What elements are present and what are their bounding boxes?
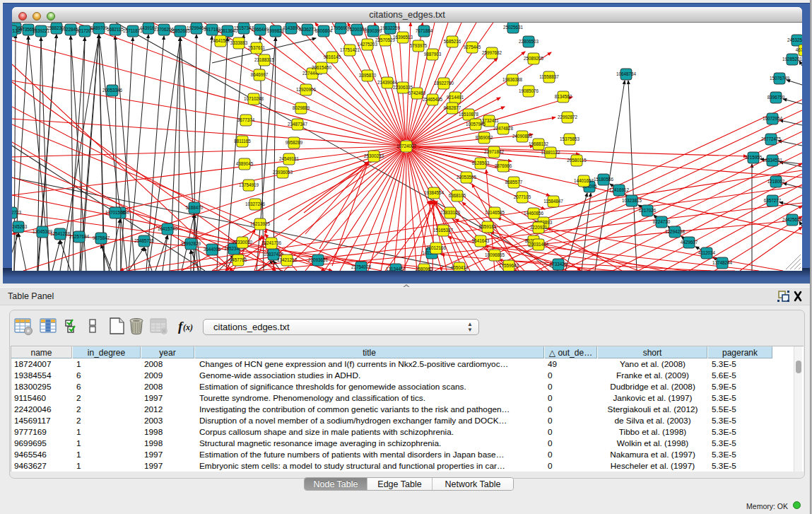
svg-text:2580963: 2580963 [416, 267, 433, 271]
svg-text:5682115: 5682115 [107, 27, 124, 32]
svg-text:5641643: 5641643 [472, 238, 490, 243]
svg-text:4112034: 4112034 [698, 250, 716, 255]
svg-text:5793975: 5793975 [410, 43, 428, 48]
svg-text:3215955: 3215955 [745, 155, 763, 160]
svg-text:24549181: 24549181 [279, 156, 300, 161]
svg-text:24532561: 24532561 [787, 37, 802, 42]
svg-text:12920906: 12920906 [296, 87, 317, 92]
svg-text:1218062: 1218062 [767, 179, 785, 184]
svg-text:9214491: 9214491 [447, 95, 464, 100]
svg-text:6128503: 6128503 [472, 160, 490, 165]
svg-text:20031404: 20031404 [529, 242, 549, 247]
svg-text:8396759: 8396759 [767, 95, 785, 100]
svg-text:19832259: 19832259 [380, 25, 401, 30]
svg-text:8646997: 8646997 [251, 72, 269, 77]
svg-text:4245263: 4245263 [12, 224, 28, 229]
svg-text:19836388: 19836388 [502, 77, 523, 82]
svg-text:13701506: 13701506 [105, 210, 126, 215]
svg-text:10334531: 10334531 [763, 158, 783, 163]
svg-text:4679214: 4679214 [796, 47, 802, 52]
svg-text:(x): (x) [183, 322, 193, 332]
svg-text:20053346: 20053346 [102, 88, 123, 93]
svg-text:11584847: 11584847 [543, 199, 563, 204]
svg-text:23936053: 23936053 [273, 170, 293, 175]
svg-text:10057945: 10057945 [466, 122, 486, 127]
svg-text:10837430: 10837430 [264, 252, 284, 257]
svg-text:21439044: 21439044 [377, 80, 398, 85]
svg-text:22474828: 22474828 [493, 126, 514, 131]
svg-text:19285201: 19285201 [782, 57, 802, 62]
svg-text:23188315: 23188315 [254, 57, 275, 62]
svg-text:25089205: 25089205 [524, 56, 544, 61]
svg-text:13134457: 13134457 [386, 267, 406, 271]
svg-text:25300233: 25300233 [364, 153, 384, 158]
svg-text:6217026: 6217026 [639, 208, 657, 213]
svg-text:17751421: 17751421 [340, 47, 360, 52]
svg-text:16072954: 16072954 [763, 116, 783, 121]
svg-text:18724007: 18724007 [396, 144, 417, 148]
svg-text:24641507: 24641507 [211, 38, 231, 43]
svg-text:24090883: 24090883 [512, 134, 533, 139]
svg-text:14401657: 14401657 [574, 178, 594, 183]
svg-text:8359183: 8359183 [479, 224, 497, 229]
svg-text:8134562: 8134562 [555, 94, 572, 99]
svg-text:7452134: 7452134 [12, 28, 20, 33]
svg-text:8029889: 8029889 [293, 105, 310, 110]
svg-text:14275203: 14275203 [358, 42, 378, 47]
svg-text:2077105: 2077105 [514, 194, 531, 199]
svg-text:25485735: 25485735 [134, 238, 155, 243]
svg-text:22992872: 22992872 [558, 115, 578, 119]
svg-text:8336273: 8336273 [299, 27, 317, 32]
svg-text:4050413: 4050413 [451, 265, 469, 270]
svg-text:4389045: 4389045 [236, 161, 254, 166]
svg-text:11558837: 11558837 [539, 74, 559, 79]
svg-text:9958289: 9958289 [286, 140, 303, 145]
svg-text:9887903: 9887903 [424, 52, 442, 57]
svg-text:8224730: 8224730 [653, 219, 671, 224]
svg-text:19384554: 19384554 [424, 190, 445, 195]
svg-text:13754919: 13754919 [239, 182, 259, 187]
svg-text:16510878: 16510878 [459, 112, 479, 117]
svg-text:6457765: 6457765 [230, 257, 247, 262]
svg-text:22330030: 22330030 [233, 240, 253, 245]
svg-text:10323815: 10323815 [622, 198, 642, 203]
svg-text:16415740: 16415740 [158, 226, 178, 231]
svg-text:21257684: 21257684 [69, 234, 90, 239]
svg-text:5188470: 5188470 [186, 205, 204, 210]
svg-text:10710248: 10710248 [244, 96, 264, 101]
svg-text:8811165: 8811165 [234, 139, 251, 144]
svg-text:10648784: 10648784 [616, 71, 637, 76]
svg-text:20372723: 20372723 [12, 210, 21, 215]
svg-text:12294238: 12294238 [665, 229, 686, 234]
svg-text:25465435: 25465435 [423, 97, 443, 102]
svg-text:19688132: 19688132 [529, 141, 549, 146]
svg-text:12541238: 12541238 [50, 231, 71, 236]
svg-text:20772475: 20772475 [761, 136, 782, 141]
svg-text:18992829: 18992829 [181, 241, 201, 246]
svg-text:3333883: 3333883 [230, 40, 248, 45]
svg-text:2537611: 2537611 [248, 45, 266, 50]
svg-text:14460856: 14460856 [524, 211, 544, 216]
svg-text:6368105: 6368105 [449, 193, 466, 198]
svg-text:20580115: 20580115 [567, 158, 587, 163]
svg-text:22806503: 22806503 [519, 39, 539, 44]
svg-text:22053595: 22053595 [457, 175, 477, 180]
svg-text:23487347: 23487347 [288, 122, 308, 127]
svg-text:7671884: 7671884 [416, 28, 433, 33]
svg-text:16396513: 16396513 [393, 35, 413, 40]
svg-text:15165337: 15165337 [433, 228, 454, 233]
svg-text:18922760: 18922760 [434, 81, 454, 86]
svg-text:18096865: 18096865 [485, 252, 505, 257]
svg-text:3644095: 3644095 [204, 247, 221, 252]
svg-text:3677374: 3677374 [237, 117, 255, 122]
svg-text:21012166: 21012166 [426, 245, 447, 250]
svg-text:20615450: 20615450 [312, 65, 332, 70]
svg-text:4143890: 4143890 [283, 25, 300, 30]
svg-text:5685216: 5685216 [444, 39, 461, 44]
svg-text:13748244: 13748244 [712, 260, 733, 265]
svg-text:8685577: 8685577 [505, 180, 523, 185]
svg-text:13241736: 13241736 [261, 240, 282, 245]
svg-text:13421212: 13421212 [277, 257, 298, 262]
svg-text:25025631: 25025631 [503, 25, 524, 30]
svg-text:4429607: 4429607 [681, 240, 698, 245]
